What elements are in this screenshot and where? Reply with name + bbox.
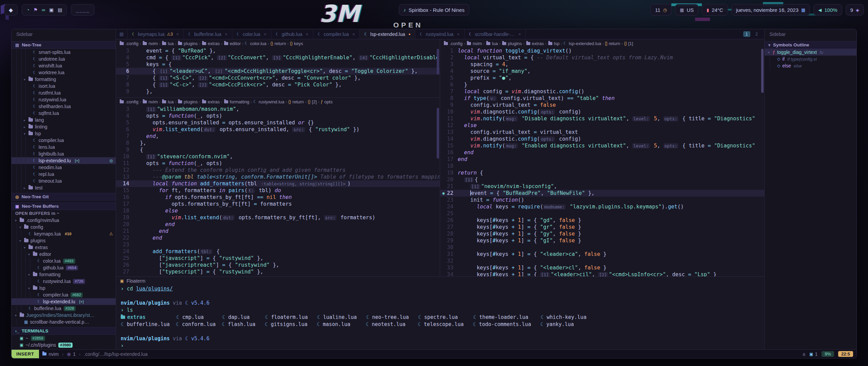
code-buffer-lsp-extended-lua[interactable]: 1local function toggle_diag_virtext()2 l… [440,47,764,277]
tree-item-compiler.lua[interactable]: ☾compiler.lua#682 [12,291,116,298]
close-tab-icon[interactable]: × [176,32,179,37]
editor-pane-color-lua[interactable]: .config › nvim › lua › plugins › extras … [116,39,440,98]
tree-item-lens.lua[interactable]: ☾lens.lua [12,144,116,150]
terminal-icon: ›_ [15,329,19,333]
buffer-badge: #654 [66,265,78,270]
close-tab-icon[interactable]: × [457,32,459,37]
tree-item-keymaps.lua[interactable]: ☾keymaps.lua#10⚠ [12,230,116,237]
tree-item-smart-splits.lua[interactable]: ☾smart-splits.lua [12,49,116,56]
quick-settings-group[interactable]: ◔⚑∞▣▤ [22,4,67,16]
cwd-segment[interactable]: nvim [39,351,62,357]
tree-item-color.lua[interactable]: ☾color.lua#493 [12,258,116,264]
status-chip-11[interactable]: 11◷ [650,4,672,16]
tab-lsp-extended.lua[interactable]: ☾lsp-extended.lua● [360,29,415,39]
tree-item-config[interactable]: ▾config [12,224,116,230]
tree-item-lightbulb.lua[interactable]: ☾lightbulb.lua [12,150,116,157]
neotree-buffers-header[interactable]: ▣ Neo-Tree Buffers [12,202,116,210]
tree-item-rustywind.lua[interactable]: ☾rustywind.lua [12,96,116,103]
code-line: 21 [1]"neovim/nvim-lspconfig", [440,183,764,190]
copy-icon[interactable]: ▣ [49,7,54,13]
tree-item-timeout.lua[interactable]: ☾timeout.lua [12,178,116,184]
status-chip-US[interactable]: ▦US [675,4,698,16]
tree-item-repl.lua[interactable]: ☾repl.lua [12,171,116,178]
close-tab-icon[interactable]: × [352,32,355,37]
tree-item-formatting[interactable]: ▾formatting [12,76,116,83]
flag-icon[interactable]: ⚑ [33,7,38,13]
tab-color.lua[interactable]: ☾color.lua× [232,29,271,39]
tree-item-scrollbar-handle-vertical.p…[interactable]: ▦scrollbar-handle-vertical.p… [12,319,116,325]
tree-item-sqlfmt.lua[interactable]: ☾sqlfmt.lua [12,110,116,117]
tree-item-else[interactable]: ◇elseelse [765,62,856,69]
tree-item-formatting[interactable]: ▾formatting [12,271,116,278]
symbols-outline-header[interactable]: ▾ Symbols Outline [765,41,856,49]
code-line: 27 ["typescript"] = { "rustywind" }, [116,268,440,275]
tree-item-toggle_diag_virtext[interactable]: ▾ƒtoggle_diag_virtextfu [765,49,856,56]
tree-item-.config/nvim/lua[interactable]: ▾.config/nvim/lua [12,217,116,224]
tree-item-compiler.lua[interactable]: ☾compiler.lua [12,137,116,144]
tree-item-~[interactable]: ▣~#2859 [12,335,116,342]
panel-toggle-icon[interactable]: ▤ [116,29,127,39]
tree-item-neodim.lua[interactable]: ☾neodim.lua [12,164,116,171]
branch-segment[interactable]: ◎ 1 [64,351,79,357]
workspace-indicator[interactable]: ____ [71,4,94,16]
tree-item-undotree.lua[interactable]: ☾undotree.lua [12,56,116,62]
tree-item-linting[interactable]: ▸linting [12,123,116,130]
tree-item-rustywind.lua[interactable]: ☾rustywind.lua#726 [12,278,116,285]
tree-item-isort.lua[interactable]: ☾isort.lua [12,83,116,89]
link-icon[interactable]: ∞ [42,7,45,13]
editor-pane-rustywind-lua[interactable]: .config › nvim › lua › plugins › extras … [116,98,440,277]
tab-bufferline.lua[interactable]: ☾bufferline.lua× [184,29,232,39]
close-tab-icon[interactable]: × [225,32,228,37]
tabpage-2[interactable]: 2 [753,31,760,37]
terminals-header[interactable]: ›_ TERMINALS [12,327,116,335]
tree-item-editor[interactable]: ▾editor [12,251,116,258]
scrollbar[interactable] [437,108,439,159]
tree-item-lang[interactable]: ▸lang [12,117,116,123]
tree-item-lsp-extended.lu[interactable]: ☾lsp-extended.lu[+] [12,298,116,305]
tree-item-~/.c/n/l/plugins[interactable]: ▣~/.c/n/l/plugins#3980 [12,342,116,348]
scrollbar[interactable] [437,49,439,75]
editor-pane-lsp-extended-lua[interactable]: .config › nvim › lua › plugins › extras … [440,39,764,277]
tree-item-worktree.lua[interactable]: ☾worktree.lua [12,69,116,76]
tree-item-extras[interactable]: ▾extras [12,244,116,251]
tab-compiler.lua[interactable]: ☾compiler.lua× [313,29,360,39]
tab-rustywind.lua[interactable]: ☾rustywind.lua× [415,29,465,39]
close-tab-icon[interactable]: × [264,32,267,37]
floaterm-panel[interactable]: ▣ Floaterm › cd lua/plugins/nvim/lua/plu… [116,277,764,349]
status-chip-jueves, noviembre 16, 2023[interactable]: jueves, noviembre 16, 2023▦ [731,4,810,16]
tree-item-test[interactable]: ▸test [12,184,116,191]
close-tab-icon[interactable]: × [305,32,308,37]
tree-item-winshift.lua[interactable]: ☾winshift.lua [12,62,116,69]
neotree-git-header[interactable]: ◎ Neo-Tree Git [12,193,116,201]
tree-item-if[interactable]: ◇ifif type(config.vi [765,56,856,62]
lua-icon: ☾ [37,299,41,304]
tree-item-shellharden.lua[interactable]: ☾shellharden.lua [12,103,116,110]
tab-github.lua[interactable]: ☾github.lua× [271,29,313,39]
tree-item-bufferline.lua[interactable]: ☾bufferline.lua#328 [12,305,116,312]
tree-item-lsp[interactable]: ▾lsp [12,130,116,137]
status-chip-9[interactable]: 9◈ [846,4,864,16]
neotree-files-header[interactable]: ▤ Neo-Tree [12,41,116,49]
top-status-bar: ◆ ◔⚑∞▣▤ ____ ♪ Spiritbox - Rule Of Nines… [4,3,864,17]
power-icon[interactable]: ◔ [26,7,29,13]
launcher-button[interactable]: ◆ [4,4,18,16]
status-chip-100%[interactable]: ◀100% [813,4,842,16]
tree-item-plugins[interactable]: ▾plugins [12,237,116,244]
tabpage-1[interactable]: 1 [743,31,750,37]
code-buffer-rustywind-lua[interactable]: 3 [1]"williamboman/mason.nvim",4 opts = … [116,106,440,275]
tree-item-github.lua[interactable]: ☾github.lua#654 [12,264,116,271]
tree-item-rustfmt.lua[interactable]: ☾rustfmt.lua [12,89,116,96]
code-buffer-color-lua[interactable]: 3 event = { "BufRead" },4 cmd = { [1]"Cc… [116,47,440,95]
floaterm-terminal[interactable]: › cd lua/plugins/nvim/lua/plugins via ☾ … [116,285,764,349]
scrollbar[interactable] [761,49,764,93]
tab-scrollbar-handle-…[interactable]: ☾scrollbar-handle-…× [465,29,526,39]
media-player-widget[interactable]: ♪ Spiritbox - Rule Of Nines [399,4,469,16]
close-tab-icon[interactable]: × [518,32,521,37]
tab-keymaps.lua[interactable]: ☾keymaps.lua⚠3× [127,29,184,39]
status-chip-24°C[interactable]: ▮24°C [702,4,728,16]
tree-item-lsp-extended.lu[interactable]: ☾lsp-extended.lu[+]◎ [12,157,116,164]
tree-item-lsp[interactable]: ▾lsp [12,285,116,291]
file-icon[interactable]: ▤ [58,7,62,13]
tree-item-Juegos/Indies/SteamLibrary/st…[interactable]: ▾Juegos/Indies/SteamLibrary/st… [12,312,116,319]
code-line: 7 { [1]"<S-C>", [2]"<cmd>CccConvert<cr>"… [116,75,440,81]
